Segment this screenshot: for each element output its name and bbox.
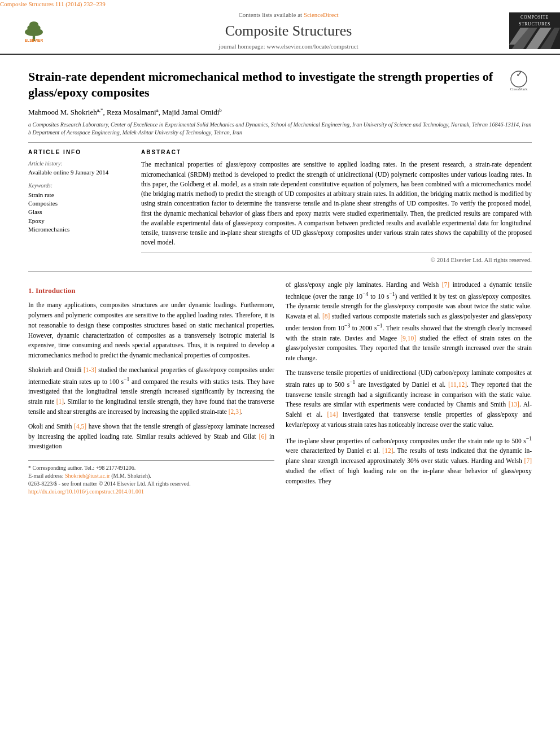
journal-top-bar: Composite Structures 111 (2014) 232–239 — [0, 0, 560, 8]
article-info-col: ARTICLE INFO Article history: Available … — [28, 148, 130, 264]
article-info-abstract: ARTICLE INFO Article history: Available … — [28, 148, 532, 264]
svg-text:✓: ✓ — [516, 70, 522, 78]
copyright-line: © 2014 Elsevier Ltd. All rights reserved… — [141, 252, 532, 264]
intro-para-2: Shokrieh and Omidi [1-3] studied the mec… — [28, 365, 274, 417]
sciencedirect-link[interactable]: ScienceDirect — [304, 11, 339, 18]
intro-para-1: In the many applications, composites str… — [28, 300, 274, 361]
right-para-3: The in-plane shear properties of carbon/… — [286, 435, 532, 487]
ref-8: [8] — [322, 313, 330, 320]
elsevier-tree-icon: ELSEVIER — [8, 20, 59, 42]
keyword-composites: Composites — [28, 199, 130, 208]
keyword-strain-rate: Strain rate — [28, 191, 130, 199]
footnote-email: E-mail address: Shokrieh@iust.ac.ir (M.M… — [28, 472, 274, 480]
authors-line: Mahmood M. Shokrieha,*, Reza Mosalmania,… — [28, 107, 532, 118]
keyword-micromechanics: Micromechanics — [28, 225, 130, 234]
right-para-1: of glass/epoxy angle ply laminates. Hard… — [286, 280, 532, 364]
right-para-2: The transverse tensile properties of uni… — [286, 368, 532, 430]
main-content: 1. Introduction In the many applications… — [28, 280, 532, 496]
article-info-label: ARTICLE INFO — [28, 148, 130, 156]
svg-text:ELSEVIER: ELSEVIER — [25, 38, 43, 42]
elsevier-logo: ELSEVIER — [0, 14, 68, 48]
footnote-doi: http://dx.doi.org/10.1016/j.compstruct.2… — [28, 488, 274, 496]
affiliation-b: b Department of Aerospace Engineering, M… — [28, 129, 532, 137]
ref-13: [13] — [509, 401, 519, 408]
abstract-text: The mechanical properties of glass/epoxy… — [141, 160, 532, 247]
svg-text:CrossMark: CrossMark — [510, 87, 528, 91]
ref-6: [6] — [259, 433, 266, 440]
divider-2 — [28, 271, 532, 272]
section1-title: 1. Introduction — [28, 286, 274, 296]
divider-1 — [28, 142, 532, 143]
email-link[interactable]: Shokrieh@iust.ac.ir — [65, 473, 110, 479]
paper-title: Strain-rate dependent micromechanical me… — [28, 69, 506, 101]
ref-7a: [7] — [442, 281, 449, 288]
journal-title: Composite Structures — [68, 21, 509, 41]
section1-name: Introduction — [36, 286, 76, 295]
available-online: Available online 9 January 2014 — [28, 168, 130, 177]
footnote-corresponding: * Corresponding author. Tel.: +98 217749… — [28, 464, 274, 472]
abstract-label: ABSTRACT — [141, 148, 532, 156]
ref-9-10: [9,10] — [400, 335, 416, 342]
affiliations: a Composites Research Laboratory, Center… — [28, 121, 532, 137]
paper-title-section: Strain-rate dependent micromechanical me… — [28, 60, 532, 107]
keyword-glass: Glass — [28, 208, 130, 216]
journal-center: Contents lists available at ScienceDirec… — [68, 11, 509, 51]
author3-super: b — [219, 107, 222, 113]
section1-number: 1. — [28, 286, 34, 295]
footnote-section: * Corresponding author. Tel.: +98 217749… — [28, 460, 274, 496]
ref-1: [1] — [56, 398, 64, 405]
journal-homepage: journal homepage: www.elsevier.com/locat… — [68, 42, 509, 51]
ref-14: [14] — [327, 411, 338, 418]
author1-name: Mahmood M. Shokrieh — [28, 108, 97, 116]
right-content-col: of glass/epoxy angle ply laminates. Hard… — [286, 280, 532, 496]
footnote-issn: 0263-8223/$ - see front matter © 2014 El… — [28, 480, 274, 488]
svg-point-4 — [29, 21, 38, 28]
left-content-col: 1. Introduction In the many applications… — [28, 280, 274, 496]
author1-super: a,* — [97, 107, 103, 113]
crossmark-icon: ✓ CrossMark — [506, 69, 532, 94]
sciencedirect-line: Contents lists available at ScienceDirec… — [68, 11, 509, 19]
keywords-label: Keywords: — [28, 182, 130, 190]
keyword-epoxy: Epoxy — [28, 217, 130, 225]
intro-para-3: Okoli and Smith [4,5] have shown that th… — [28, 422, 274, 452]
ref-11-12: [11,12] — [448, 381, 467, 388]
affiliation-a: a Composites Research Laboratory, Center… — [28, 121, 532, 129]
ref-7b: [7] — [524, 457, 532, 464]
article-history: Article history: Available online 9 Janu… — [28, 160, 130, 177]
author2: , Reza Mosalmani — [103, 108, 156, 116]
ref-2-3: [2,3] — [229, 408, 241, 415]
doi-link[interactable]: http://dx.doi.org/10.1016/j.compstruct.2… — [28, 488, 144, 495]
history-label: Article history: — [28, 160, 130, 168]
author3: , Majid Jamal Omidi — [159, 108, 220, 116]
journal-header: Composite Structures 111 (2014) 232–239 … — [0, 0, 560, 55]
composite-structures-logo: COMPOSITE STRUCTURES — [509, 12, 560, 49]
ref-1-3: [1-3] — [84, 366, 97, 373]
composite-logo-graphic — [509, 28, 560, 50]
journal-ref: Composite Structures 111 (2014) 232–239 — [0, 1, 106, 7]
abstract-col: ABSTRACT The mechanical properties of gl… — [141, 148, 532, 264]
paper-body: Strain-rate dependent micromechanical me… — [0, 55, 560, 502]
ref-12b: [12] — [382, 447, 393, 454]
ref-4-5: [4,5] — [74, 423, 86, 430]
